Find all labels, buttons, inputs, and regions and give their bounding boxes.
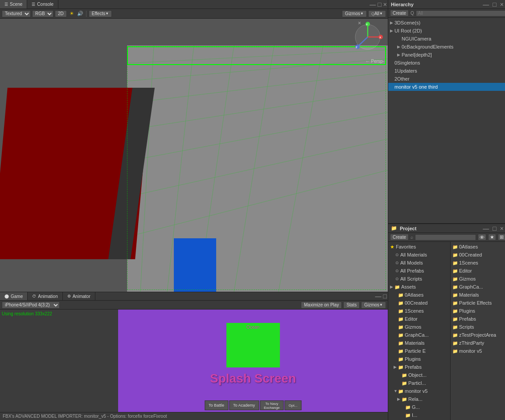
hierarchy-item-3[interactable]: ▶0cBackgroundElements (388, 43, 505, 51)
favorites-section[interactable]: ★ Favorites (388, 243, 450, 251)
scene-tab-label: Scene (10, 2, 22, 7)
gizmos-dropdown-arrow: ▼ (360, 12, 364, 16)
project-tree-item-16[interactable]: 📁I... (388, 411, 450, 419)
project-file-item-12[interactable]: 📁zThirdParty (451, 339, 505, 347)
project-file-item-7[interactable]: 📁Particle Effects (451, 299, 505, 307)
project-maximize[interactable]: □ (492, 225, 497, 232)
project-tree-item-5[interactable]: 📁Gizmos (388, 323, 450, 331)
hierarchy-item-label-5: 0Singletons (394, 60, 420, 65)
to-navy-btn[interactable]: To NavyExchange (260, 400, 284, 410)
scene-gizmo-close[interactable]: × (358, 20, 361, 26)
favorite-all-prefabs[interactable]: ⊙ All Prefabs (388, 267, 450, 275)
project-minimize[interactable]: — (482, 225, 490, 232)
ocean-label: Ocean (246, 325, 259, 330)
project-file-item-2[interactable]: 📁1Scenes (451, 259, 505, 267)
folder-icon-15: 📁 (405, 405, 411, 410)
sound-icon[interactable]: 🔊 (77, 10, 84, 17)
project-tree-item-15[interactable]: 📁G... (388, 403, 450, 411)
opt-btn[interactable]: Opt... (285, 400, 302, 410)
to-academy-btn[interactable]: To Academy (229, 400, 259, 410)
scene-panel-maximize[interactable]: □ (377, 1, 382, 8)
tab-animation[interactable]: ⏱ Animation (28, 292, 62, 300)
project-file-item-3[interactable]: 📁Editor (451, 267, 505, 275)
hierarchy-minimize[interactable]: — (482, 1, 490, 8)
tab-animator[interactable]: ⚙ Animator (63, 292, 95, 300)
project-tree-item-6[interactable]: 📁GraphCa... (388, 331, 450, 339)
tab-game[interactable]: ⬤ Game (0, 292, 28, 300)
animator-icon: ⚙ (67, 294, 71, 298)
game-gizmos-btn[interactable]: Gizmos ▼ (361, 302, 386, 309)
hierarchy-item-0[interactable]: ▶3DScene(s) (388, 19, 505, 27)
project-file-item-10[interactable]: 📁Scripts (451, 323, 505, 331)
to-battle-btn[interactable]: To Battle (205, 400, 228, 410)
hierarchy-create-btn[interactable]: Create (390, 10, 409, 16)
game-viewport[interactable]: Using resolution 333x222 Ocean Splash Sc… (0, 310, 388, 412)
2d-mode-btn[interactable]: 2D (55, 10, 67, 17)
favorite-all-models[interactable]: ⊙ All Models (388, 259, 450, 267)
project-tree-label-9: Plugins (405, 356, 421, 362)
gizmos-btn[interactable]: Gizmos ▼ (342, 10, 367, 17)
project-file-item-8[interactable]: 📁Plugins (451, 307, 505, 315)
tab-scene[interactable]: ☰ Scene (0, 0, 27, 8)
project-file-item-6[interactable]: 📁Materials (451, 291, 505, 299)
project-file-item-5[interactable]: 📁GraphCa... (451, 283, 505, 291)
project-tree-item-9[interactable]: 📁Plugins (388, 355, 450, 363)
project-tree-item-14[interactable]: ▶📁Rela... (388, 395, 450, 403)
project-file-item-9[interactable]: 📁Prefabs (451, 315, 505, 323)
project-tree-item-1[interactable]: 📁0Atlases (388, 291, 450, 299)
project-star-btn[interactable]: ★ (488, 234, 496, 241)
project-tree-item-7[interactable]: 📁Materials (388, 339, 450, 347)
all-layers-btn[interactable]: Q All ▼ (368, 10, 386, 17)
project-file-item-4[interactable]: 📁Gizmos (451, 275, 505, 283)
scene-panel-close[interactable]: × (382, 1, 388, 8)
hierarchy-search-input[interactable] (416, 10, 505, 16)
favorite-all-scripts[interactable]: ⊙ All Scripts (388, 275, 450, 283)
folder-icon-13: 📁 (398, 389, 403, 394)
hierarchy-item-8[interactable]: monitor v5 one third (388, 83, 505, 91)
scene-viewport[interactable]: ← Persp- Y X Z (0, 19, 388, 292)
project-tree-item-4[interactable]: 📁Editor (388, 315, 450, 323)
favorite-all-materials[interactable]: ⊙ All Materials (388, 251, 450, 259)
effects-btn[interactable]: Effects ▼ (89, 10, 112, 17)
stats-btn[interactable]: Stats (343, 302, 360, 309)
project-tree-label-14: Rela... (408, 396, 423, 402)
file-folder-icon-3: 📁 (452, 269, 458, 273)
project-toolbar: Create ⌕ 👁 ★ ⊞ (388, 233, 505, 242)
hierarchy-item-1[interactable]: ▶UI Root (2D) (388, 27, 505, 35)
game-panel-maximize[interactable]: □ (382, 293, 388, 299)
hierarchy-item-7[interactable]: 2Other (388, 75, 505, 83)
project-tree-item-3[interactable]: 📁1Scenes (388, 307, 450, 315)
game-panel-minimize[interactable]: — (374, 293, 382, 299)
maximize-on-play-btn[interactable]: Maximize on Play (301, 302, 342, 309)
project-search-input[interactable] (415, 234, 476, 241)
project-tree-item-13[interactable]: ▼📁monitor v5 (388, 387, 450, 395)
project-tree-item-8[interactable]: 📁Particle E (388, 347, 450, 355)
project-tree-item-11[interactable]: 📁Object... (388, 371, 450, 379)
project-tree-item-0[interactable]: ▶📁Assets (388, 283, 450, 291)
project-grid-btn[interactable]: ⊞ (498, 234, 505, 241)
render-mode-select[interactable]: Textured (2, 10, 31, 17)
hierarchy-item-5[interactable]: 0Singletons (388, 59, 505, 67)
project-file-item-13[interactable]: 📁monitor v5 (451, 347, 505, 355)
hierarchy-item-2[interactable]: NGUICamera (388, 35, 505, 43)
hierarchy-item-4[interactable]: ▶Panel[depth2] (388, 51, 505, 59)
svg-text:Z: Z (356, 46, 357, 49)
scene-panel-minimize[interactable]: — (369, 1, 377, 8)
folder-icon-10: 📁 (398, 365, 403, 370)
hierarchy-maximize[interactable]: □ (492, 1, 497, 8)
project-eye-btn[interactable]: 👁 (478, 234, 486, 241)
project-create-btn[interactable]: Create (390, 234, 409, 241)
project-file-item-11[interactable]: 📁zTestProjectArea (451, 331, 505, 339)
project-file-item-0[interactable]: 📁0Atlases (451, 243, 505, 251)
project-tree-item-12[interactable]: 📁Particl... (388, 379, 450, 387)
project-file-item-1[interactable]: 📁00Created (451, 251, 505, 259)
device-select[interactable]: iPhone4/S//iPod 4(3:2) (96% (2, 302, 60, 309)
project-tree-item-2[interactable]: 📁00Created (388, 299, 450, 307)
project-close[interactable]: × (499, 225, 505, 232)
color-mode-select[interactable]: RGB (32, 10, 53, 17)
project-tree-item-10[interactable]: ▶📁Prefabs (388, 363, 450, 371)
hierarchy-item-6[interactable]: 1Updaters (388, 67, 505, 75)
hierarchy-close[interactable]: × (499, 1, 505, 8)
sun-icon[interactable]: ☀ (68, 10, 75, 17)
tab-console[interactable]: ☰ Console (27, 0, 58, 8)
